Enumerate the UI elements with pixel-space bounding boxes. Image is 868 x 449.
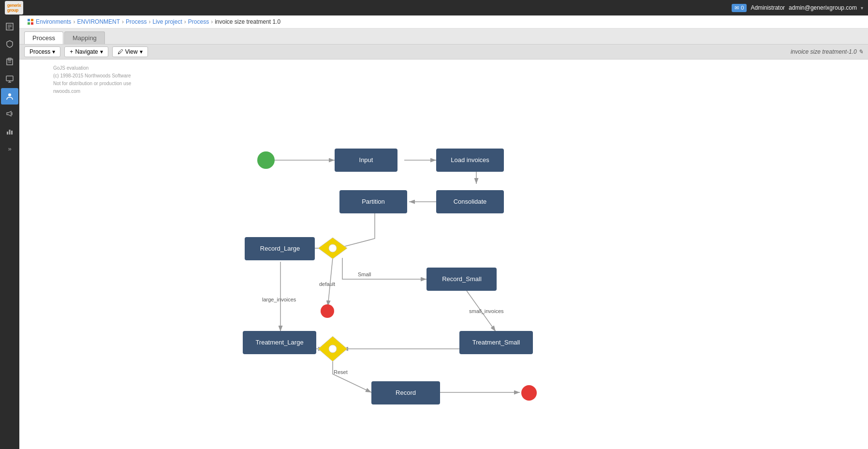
view-btn-arrow: ▾ bbox=[140, 48, 143, 55]
bc-sep-5: › bbox=[211, 18, 213, 25]
user-info: ✉ 0 Administrator admin@generixgroup.com… bbox=[732, 4, 863, 12]
topbar: generixgroup ✉ 0 Administrator admin@gen… bbox=[0, 0, 868, 15]
sidebar: » bbox=[0, 15, 19, 449]
logo: generixgroup bbox=[5, 1, 23, 15]
sidebar-item-users[interactable] bbox=[1, 88, 18, 105]
svg-rect-14 bbox=[9, 130, 11, 135]
bc-process-2[interactable]: Process bbox=[188, 18, 209, 25]
view-icon: 🖊 bbox=[118, 48, 123, 55]
navigate-button[interactable]: + Navigate ▾ bbox=[64, 46, 108, 57]
gateway2-inner bbox=[329, 345, 337, 353]
sidebar-item-shield[interactable] bbox=[1, 36, 18, 52]
svg-rect-17 bbox=[31, 19, 33, 21]
breadcrumb-icon bbox=[27, 18, 34, 25]
svg-rect-8 bbox=[6, 76, 13, 81]
view-btn-label: View bbox=[125, 48, 138, 55]
svg-rect-16 bbox=[28, 19, 30, 21]
bc-sep-4: › bbox=[184, 18, 186, 25]
diagram-title: invoice size treatment-1.0 ✎ bbox=[791, 48, 863, 55]
logo-box: generixgroup bbox=[5, 1, 23, 15]
sidebar-item-pages[interactable] bbox=[1, 18, 18, 35]
edge-label-reset: Reset bbox=[334, 369, 348, 375]
svg-rect-19 bbox=[31, 22, 33, 25]
edge-label-large-invoices: large_invoices bbox=[262, 297, 296, 302]
svg-point-11 bbox=[8, 93, 11, 96]
content: Environments › ENVIRONMENT › Process › L… bbox=[19, 15, 868, 449]
title-edit-icon[interactable]: ✎ bbox=[858, 48, 863, 55]
node-record-large-label: Record_Large bbox=[260, 245, 300, 252]
bc-current: invoice size treatment 1.0 bbox=[215, 18, 280, 25]
svg-rect-18 bbox=[28, 22, 30, 25]
svg-rect-15 bbox=[11, 131, 13, 135]
view-button[interactable]: 🖊 View ▾ bbox=[112, 46, 148, 57]
edge-partition-gateway1 bbox=[338, 213, 375, 248]
node-load-invoices-label: Load invoices bbox=[451, 156, 489, 164]
end-node-1[interactable] bbox=[321, 304, 334, 318]
bc-live-project[interactable]: Live project bbox=[152, 18, 182, 25]
mail-count: 0 bbox=[741, 5, 744, 11]
edge-label-default: default bbox=[319, 281, 335, 287]
mail-icon: ✉ bbox=[735, 5, 739, 11]
breadcrumb: Environments › ENVIRONMENT › Process › L… bbox=[19, 15, 868, 29]
toolbar-left: Process ▾ + Navigate ▾ 🖊 View ▾ bbox=[24, 46, 148, 57]
node-treatment-large-label: Treatment_Large bbox=[255, 339, 303, 346]
tab-process[interactable]: Process bbox=[24, 31, 63, 44]
node-record-label: Record bbox=[396, 389, 416, 396]
node-partition-label: Partition bbox=[362, 198, 385, 205]
sidebar-item-more[interactable]: » bbox=[1, 140, 18, 157]
process-button[interactable]: Process ▾ bbox=[24, 46, 60, 57]
bc-sep-3: › bbox=[148, 18, 150, 25]
node-record-small-label: Record_Small bbox=[442, 275, 482, 283]
bc-environment[interactable]: ENVIRONMENT bbox=[77, 18, 120, 25]
node-consolidate-label: Consolidate bbox=[454, 198, 487, 205]
process-btn-label: Process bbox=[29, 48, 50, 55]
more-icon: » bbox=[8, 145, 11, 152]
gateway1-inner bbox=[329, 244, 337, 252]
edge-gateway2-record bbox=[333, 359, 371, 392]
edge-label-small: Small bbox=[358, 271, 371, 277]
navigate-btn-label: Navigate bbox=[75, 48, 98, 55]
navigate-icon: + bbox=[70, 48, 73, 55]
user-email: admin@generixgroup.com bbox=[789, 4, 857, 11]
svg-rect-13 bbox=[7, 132, 8, 135]
mail-badge[interactable]: ✉ 0 bbox=[732, 4, 747, 12]
bc-sep-1: › bbox=[73, 18, 75, 25]
logo-text: generixgroup bbox=[7, 3, 21, 13]
edge-label-small-invoices: small_invoices bbox=[469, 308, 504, 314]
sidebar-item-announce[interactable] bbox=[1, 105, 18, 122]
bc-sep-2: › bbox=[122, 18, 124, 25]
diagram-svg: Big Small default large_invoices small_i… bbox=[19, 60, 868, 449]
start-node[interactable] bbox=[257, 151, 275, 169]
sidebar-item-monitor[interactable] bbox=[1, 71, 18, 87]
node-treatment-small-label: Treatment_Small bbox=[472, 339, 520, 346]
bc-process-1[interactable]: Process bbox=[126, 18, 147, 25]
sidebar-item-chart[interactable] bbox=[1, 123, 18, 139]
process-btn-arrow: ▾ bbox=[52, 48, 55, 55]
sidebar-item-clipboard[interactable] bbox=[1, 53, 18, 70]
end-node-2[interactable] bbox=[521, 385, 537, 401]
toolbar: Process ▾ + Navigate ▾ 🖊 View ▾ invoice … bbox=[19, 45, 868, 60]
main-layout: » Environments › ENVIRONMENT › Process ›… bbox=[0, 15, 868, 449]
bc-environments[interactable]: Environments bbox=[36, 18, 71, 25]
diagram-area[interactable]: GoJS evaluation (c) 1998-2015 Northwoods… bbox=[19, 60, 868, 449]
user-name: Administrator bbox=[750, 4, 785, 11]
tabs: Process Mapping bbox=[19, 29, 868, 45]
user-dropdown-icon[interactable]: ▾ bbox=[861, 5, 863, 11]
navigate-btn-arrow: ▾ bbox=[100, 48, 103, 55]
tab-mapping[interactable]: Mapping bbox=[64, 31, 105, 44]
edge-gateway1-record-small bbox=[342, 258, 427, 279]
node-input-label: Input bbox=[359, 156, 373, 164]
